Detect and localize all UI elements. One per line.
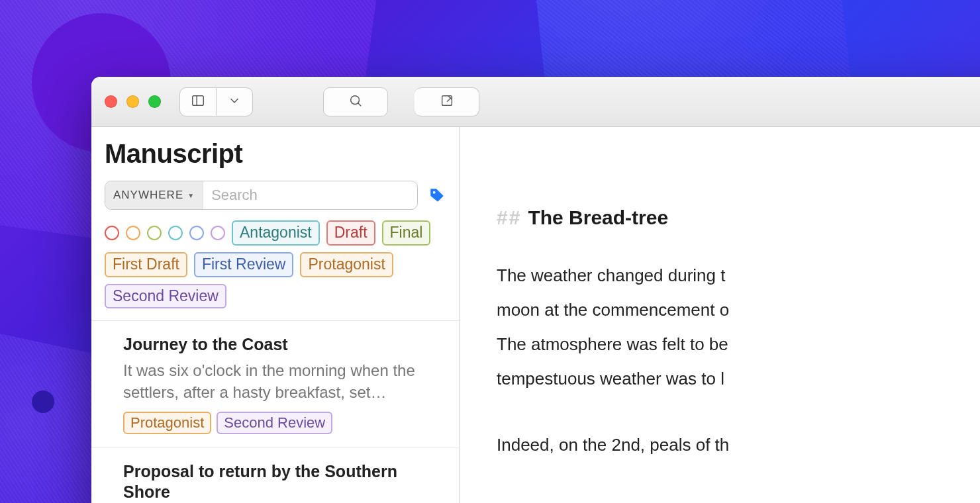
color-filter-olive[interactable] — [147, 226, 162, 240]
note-list: Journey to the CoastIt was six o'clock i… — [91, 321, 459, 503]
note-title: Journey to the Coast — [123, 334, 440, 355]
toggle-sidebar-button[interactable] — [179, 87, 217, 116]
sidebar: Manuscript ANYWHERE ▼ — [91, 127, 460, 503]
chevron-down-icon — [227, 93, 242, 111]
sidebar-header: Manuscript ANYWHERE ▼ — [91, 127, 459, 321]
document-paragraph: Indeed, on the 2nd, peals of th — [497, 428, 980, 462]
color-filter-purple[interactable] — [211, 226, 225, 240]
markdown-heading-marker: ## — [497, 206, 521, 229]
note-tags: ProtagonistSecond Review — [123, 412, 440, 435]
zoom-window-button[interactable] — [148, 95, 161, 108]
svg-point-2 — [351, 95, 360, 104]
svg-line-3 — [358, 103, 362, 106]
desktop-wallpaper: Manuscript ANYWHERE ▼ — [0, 0, 980, 503]
document-paragraph: The weather changed during t moon at the… — [497, 258, 980, 396]
chevron-down-icon: ▼ — [187, 192, 195, 199]
compose-button[interactable] — [415, 87, 479, 116]
tag-filter-pill[interactable]: Second Review — [105, 284, 226, 309]
close-window-button[interactable] — [105, 95, 117, 108]
window-titlebar — [91, 77, 980, 127]
editor-pane[interactable]: ## The Bread-tree The weather changed du… — [460, 127, 980, 503]
color-filter-orange[interactable] — [126, 226, 140, 240]
color-filter-red[interactable] — [105, 226, 119, 240]
note-title: Proposal to return by the Southern Shore — [123, 461, 440, 503]
tag-filter-pill[interactable]: Antagonist — [232, 220, 320, 246]
tag-filter-pill[interactable]: Protagonist — [300, 252, 393, 277]
svg-rect-4 — [442, 95, 452, 105]
note-excerpt: It was six o'clock in the morning when t… — [123, 359, 440, 404]
compose-icon — [440, 93, 454, 111]
search-scope-label: ANYWHERE — [113, 189, 183, 202]
note-list-item[interactable]: Proposal to return by the Southern Shore… — [91, 448, 459, 503]
tag-icon — [428, 195, 446, 206]
sidebar-menu-button[interactable] — [217, 87, 253, 116]
svg-rect-0 — [193, 95, 204, 105]
document-heading: The Bread-tree — [528, 206, 668, 229]
tag-filter-pill[interactable]: Draft — [326, 220, 375, 246]
note-list-item[interactable]: Journey to the CoastIt was six o'clock i… — [91, 321, 459, 448]
note-tag-pill: Second Review — [217, 412, 332, 435]
tag-filter-toggle[interactable] — [428, 187, 446, 204]
tag-filter-pill[interactable]: First Draft — [105, 252, 187, 277]
tag-filter-pill[interactable]: Final — [382, 220, 431, 246]
note-tag-pill: Protagonist — [123, 412, 211, 435]
svg-point-5 — [433, 191, 436, 194]
sidebar-icon — [191, 93, 205, 111]
color-filter-teal[interactable] — [168, 226, 183, 240]
search-icon — [348, 93, 363, 111]
tag-filter-pill[interactable]: First Review — [194, 252, 294, 277]
search-toolbar-button[interactable] — [323, 87, 388, 116]
search-scope-dropdown[interactable]: ANYWHERE ▼ — [105, 181, 203, 209]
search-box: ANYWHERE ▼ — [105, 181, 418, 210]
sidebar-title: Manuscript — [105, 139, 446, 169]
minimize-window-button[interactable] — [126, 95, 139, 108]
color-filter-blue[interactable] — [189, 226, 204, 240]
filter-row: AntagonistDraftFinalFirst DraftFirst Rev… — [105, 220, 446, 308]
app-window: Manuscript ANYWHERE ▼ — [91, 77, 980, 503]
window-controls — [105, 95, 161, 108]
search-input[interactable] — [203, 187, 417, 204]
